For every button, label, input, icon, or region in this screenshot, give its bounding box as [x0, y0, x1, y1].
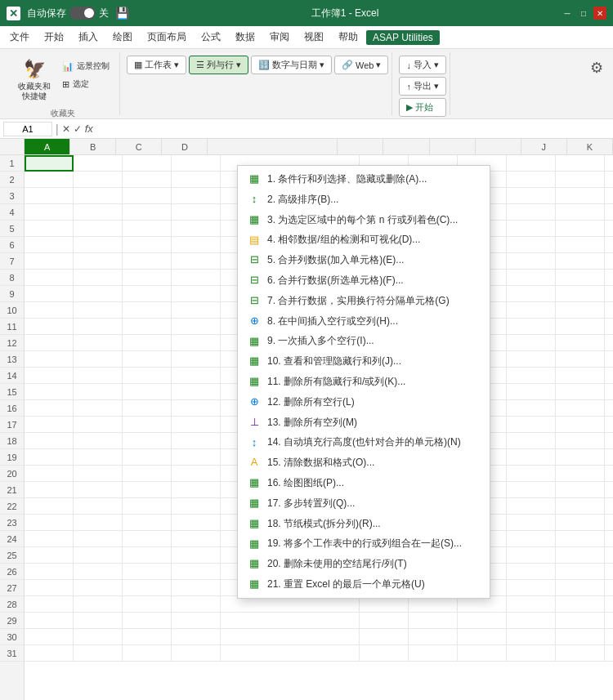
cell-K14[interactable]: [605, 368, 613, 384]
cell-C12[interactable]: [123, 335, 172, 351]
cell-D25[interactable]: [172, 547, 221, 564]
col-header-H[interactable]: [430, 139, 476, 154]
cell-B2[interactable]: [74, 172, 123, 188]
cell-I10[interactable]: [507, 302, 556, 319]
cell-D17[interactable]: [172, 417, 221, 433]
cell-A22[interactable]: [25, 498, 74, 515]
cell-D14[interactable]: [172, 368, 221, 384]
cell-K9[interactable]: [605, 286, 613, 302]
btn-web[interactable]: 🔗 Web ▾: [334, 56, 388, 74]
dropdown-item-11[interactable]: ▦11. 删除所有隐藏行和/或列(K)...: [238, 372, 490, 392]
cell-I5[interactable]: [507, 221, 556, 237]
cell-I29[interactable]: [507, 613, 556, 629]
cell-C24[interactable]: [123, 531, 172, 547]
cell-D24[interactable]: [172, 531, 221, 547]
cell-B20[interactable]: [74, 466, 123, 482]
cell-K29[interactable]: [605, 613, 613, 629]
cell-C17[interactable]: [123, 417, 172, 433]
cell-D21[interactable]: [172, 482, 221, 498]
cell-I12[interactable]: [507, 335, 556, 351]
cell-I14[interactable]: [507, 368, 556, 384]
cell-J8[interactable]: [556, 270, 605, 286]
cell-I24[interactable]: [507, 531, 556, 547]
menu-data[interactable]: 数据: [229, 29, 262, 46]
cell-K15[interactable]: [605, 384, 613, 400]
cell-I9[interactable]: [507, 286, 556, 302]
cell-J15[interactable]: [556, 384, 605, 400]
col-header-J[interactable]: J: [521, 139, 567, 154]
cell-J24[interactable]: [556, 531, 605, 547]
cell-K20[interactable]: [605, 466, 613, 482]
cell-B9[interactable]: [74, 286, 123, 302]
cell-K5[interactable]: [605, 221, 613, 237]
cell-G30[interactable]: [409, 629, 458, 645]
cell-K8[interactable]: [605, 270, 613, 286]
menu-layout[interactable]: 页面布局: [141, 29, 193, 46]
dropdown-item-1[interactable]: ▦1. 条件行和列选择、隐藏或删除(A)...: [238, 169, 490, 189]
col-header-C[interactable]: C: [116, 139, 162, 154]
cell-C9[interactable]: [123, 286, 172, 302]
cell-C6[interactable]: [123, 237, 172, 253]
cell-J21[interactable]: [556, 482, 605, 498]
cell-F30[interactable]: [360, 629, 409, 645]
cell-I26[interactable]: [507, 564, 556, 580]
cell-J18[interactable]: [556, 433, 605, 449]
cell-B3[interactable]: [74, 188, 123, 204]
cell-C29[interactable]: [123, 613, 172, 629]
cell-D11[interactable]: [172, 319, 221, 335]
cell-C3[interactable]: [123, 188, 172, 204]
cell-A23[interactable]: [25, 515, 74, 531]
cell-C5[interactable]: [123, 221, 172, 237]
cell-I1[interactable]: [507, 155, 556, 172]
cell-K17[interactable]: [605, 417, 613, 433]
cell-D10[interactable]: [172, 302, 221, 319]
dropdown-item-10[interactable]: ▦10. 查看和管理隐藏行和列(J)...: [238, 351, 490, 372]
cell-A29[interactable]: [25, 613, 74, 629]
cell-D23[interactable]: [172, 515, 221, 531]
save-icon[interactable]: 💾: [115, 7, 129, 20]
cell-K1[interactable]: [605, 155, 613, 172]
cell-H31[interactable]: [458, 645, 507, 662]
cell-D8[interactable]: [172, 270, 221, 286]
cell-C28[interactable]: [123, 596, 172, 613]
cell-B11[interactable]: [74, 319, 123, 335]
cell-A31[interactable]: [25, 645, 74, 662]
btn-remote[interactable]: 📊 远景控制: [59, 59, 113, 74]
cell-C23[interactable]: [123, 515, 172, 531]
cell-B28[interactable]: [74, 596, 123, 613]
cell-J6[interactable]: [556, 237, 605, 253]
cell-J1[interactable]: [556, 155, 605, 172]
cell-K30[interactable]: [605, 629, 613, 645]
cell-I2[interactable]: [507, 172, 556, 188]
cell-A26[interactable]: [25, 564, 74, 580]
cell-K2[interactable]: [605, 172, 613, 188]
cell-B22[interactable]: [74, 498, 123, 515]
cell-C13[interactable]: [123, 351, 172, 368]
cell-F29[interactable]: [360, 613, 409, 629]
col-header-I[interactable]: [476, 139, 521, 154]
cell-J14[interactable]: [556, 368, 605, 384]
cell-D3[interactable]: [172, 188, 221, 204]
cell-A25[interactable]: [25, 547, 74, 564]
menu-review[interactable]: 审阅: [263, 29, 296, 46]
cell-J20[interactable]: [556, 466, 605, 482]
cell-I30[interactable]: [507, 629, 556, 645]
dropdown-item-7[interactable]: ⊟7. 合并行数据，实用换行符分隔单元格(G): [238, 291, 490, 311]
cell-I28[interactable]: [507, 596, 556, 613]
cell-E31[interactable]: [221, 645, 360, 662]
dropdown-item-2[interactable]: ↕2. 高级排序(B)...: [238, 189, 490, 210]
cell-D20[interactable]: [172, 466, 221, 482]
cell-E29[interactable]: [221, 613, 360, 629]
dropdown-item-5[interactable]: ⊟5. 合并列数据(加入单元格)(E)...: [238, 250, 490, 270]
cell-D29[interactable]: [172, 613, 221, 629]
cell-I27[interactable]: [507, 580, 556, 596]
cell-D6[interactable]: [172, 237, 221, 253]
cell-A6[interactable]: [25, 237, 74, 253]
dropdown-item-13[interactable]: ⊥13. 删除所有空列(M): [238, 412, 490, 433]
cell-I20[interactable]: [507, 466, 556, 482]
cell-C16[interactable]: [123, 400, 172, 417]
cell-A27[interactable]: [25, 580, 74, 596]
cell-A9[interactable]: [25, 286, 74, 302]
cell-D1[interactable]: [172, 155, 221, 172]
btn-rows-cols[interactable]: ☰ 列与行 ▾: [189, 56, 248, 74]
